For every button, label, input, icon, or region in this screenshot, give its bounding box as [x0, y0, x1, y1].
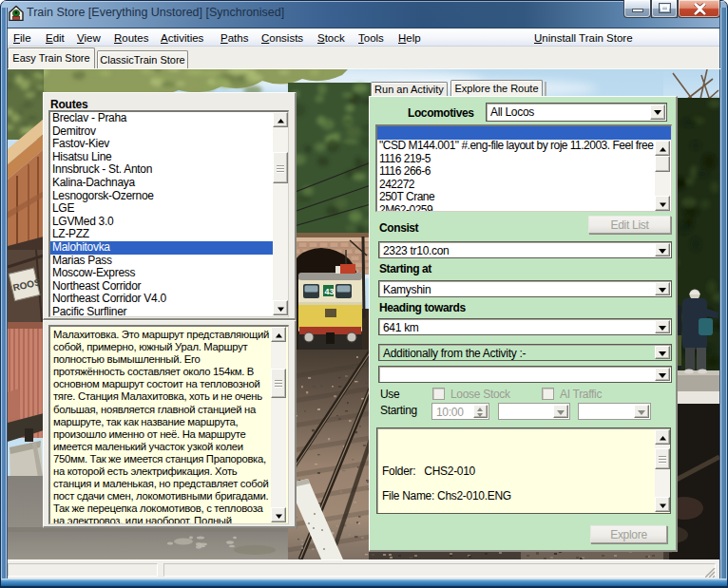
svg-text:43: 43: [325, 287, 335, 296]
